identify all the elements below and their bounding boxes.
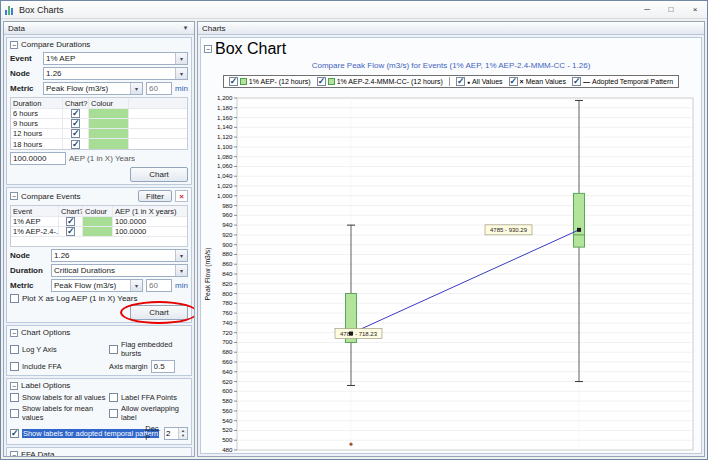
metric-combobox[interactable]: Peak Flow (m3/s) xyxy=(43,82,143,95)
svg-text:540: 540 xyxy=(222,417,233,424)
allow-overlap-checkbox[interactable] xyxy=(109,409,118,418)
colour-cell[interactable] xyxy=(83,217,113,226)
svg-text:920: 920 xyxy=(222,231,233,238)
labels-adopted-tp-checkbox[interactable] xyxy=(10,429,19,438)
legend-checkbox[interactable] xyxy=(229,77,238,86)
ffa-data-section: FFA Data AEP (1 in X) Label Flow (m3/s) … xyxy=(6,447,192,456)
node-combobox[interactable]: 1.26 xyxy=(51,249,188,262)
box-chart-section-header: Box Chart xyxy=(201,38,701,59)
svg-text:800: 800 xyxy=(222,290,233,297)
svg-text:780: 780 xyxy=(222,299,233,306)
legend-checkbox[interactable] xyxy=(509,77,518,86)
aep-field[interactable] xyxy=(10,152,66,165)
legend-item[interactable]: ×Mean Values xyxy=(509,77,566,86)
legend-item[interactable]: ●All Values xyxy=(456,77,503,86)
chevron-down-icon[interactable] xyxy=(175,53,187,64)
close-x-icon[interactable]: × xyxy=(175,190,188,202)
dec-p-stepper[interactable] xyxy=(164,427,188,440)
filter-button[interactable]: Filter xyxy=(138,190,172,202)
svg-text:1,180: 1,180 xyxy=(217,104,233,111)
table-row[interactable]: 9 hours xyxy=(11,119,187,129)
legend-item[interactable]: 1% AEP- (12 hours) xyxy=(229,77,311,86)
chart-checkbox[interactable] xyxy=(66,227,75,236)
collapse-icon[interactable] xyxy=(10,451,18,457)
svg-text:960: 960 xyxy=(222,211,233,218)
svg-text:Peak Flow (m3/s): Peak Flow (m3/s) xyxy=(204,248,212,301)
table-row xyxy=(11,237,187,246)
log-y-axis-checkbox[interactable] xyxy=(10,345,19,354)
svg-text:740: 740 xyxy=(222,319,233,326)
table-header-cell: Colour xyxy=(83,206,113,216)
colour-cell[interactable] xyxy=(89,129,129,138)
chevron-down-icon[interactable] xyxy=(130,280,142,291)
svg-text:860: 860 xyxy=(222,260,233,267)
table-row[interactable]: 1% AEP-2.4-... 100.0000 xyxy=(11,227,187,237)
dec-p-label: Dec. P xyxy=(145,424,161,442)
legend-item[interactable]: 1% AEP-2.4-MMM-CC- (12 hours) xyxy=(317,77,443,86)
colour-cell[interactable] xyxy=(83,227,113,236)
chevron-down-icon[interactable] xyxy=(175,265,187,276)
legend-label: Adopted Temporal Pattern xyxy=(592,78,673,85)
table-row[interactable]: 6 hours xyxy=(11,109,187,119)
plot-x-log-checkbox[interactable] xyxy=(10,294,19,303)
interval-field[interactable] xyxy=(146,82,172,95)
events-chart-button[interactable]: Chart xyxy=(130,305,188,320)
axis-margin-field[interactable] xyxy=(151,360,175,373)
legend-checkbox[interactable] xyxy=(572,77,581,86)
legend-label: 1% AEP-2.4-MMM-CC- (12 hours) xyxy=(337,78,443,85)
chart-options-section: Chart Options Log Y Axis Flag embedded b… xyxy=(6,325,192,376)
chevron-down-icon[interactable] xyxy=(175,68,187,79)
chevron-down-icon[interactable] xyxy=(175,250,187,261)
labels-mean-values-checkbox[interactable] xyxy=(10,409,19,418)
include-ffa-checkbox[interactable] xyxy=(10,362,19,371)
dec-p-field[interactable] xyxy=(165,428,178,439)
node-combobox[interactable]: 1.26 xyxy=(43,67,188,80)
compare-events-header: Compare Events Filter × xyxy=(7,188,191,203)
charts-panel-header[interactable]: Charts xyxy=(198,22,704,35)
title-bar[interactable]: Box Charts ─ □ × xyxy=(1,1,707,19)
duration-combobox[interactable]: Critical Durations xyxy=(51,264,188,277)
labels-all-values-checkbox[interactable] xyxy=(10,393,19,402)
minimize-button[interactable]: ─ xyxy=(635,1,659,18)
chevron-down-icon[interactable] xyxy=(130,83,142,94)
spin-down-icon[interactable] xyxy=(179,433,187,439)
table-row[interactable]: 12 hours xyxy=(11,129,187,139)
legend-checkbox[interactable] xyxy=(456,77,465,86)
event-label: Event xyxy=(10,54,40,63)
colour-cell[interactable] xyxy=(89,139,129,149)
table-row[interactable]: 18 hours xyxy=(11,139,187,149)
event-combobox[interactable]: 1% AEP xyxy=(43,52,188,65)
legend-checkbox[interactable] xyxy=(317,77,326,86)
labels-mean-values-label: Show labels for mean values xyxy=(22,404,106,422)
durations-chart-button[interactable]: Chart xyxy=(130,167,188,182)
chart-checkbox[interactable] xyxy=(71,119,80,128)
chevron-down-icon[interactable] xyxy=(181,24,190,32)
label-ffa-points-checkbox[interactable] xyxy=(109,393,118,402)
chart-checkbox[interactable] xyxy=(71,129,80,138)
interval-field[interactable] xyxy=(146,279,172,292)
collapse-icon[interactable] xyxy=(204,45,212,53)
table-header-cell: Event xyxy=(11,206,59,216)
collapse-icon[interactable] xyxy=(10,382,18,390)
collapse-icon[interactable] xyxy=(10,41,18,49)
metric-combobox[interactable]: Peak Flow (m3/s) xyxy=(51,279,143,292)
table-row[interactable]: 1% AEP 100.0000 xyxy=(11,217,187,227)
node-combobox-value: 1.26 xyxy=(46,69,62,78)
colour-cell[interactable] xyxy=(89,119,129,128)
maximize-button[interactable]: □ xyxy=(659,1,683,18)
svg-text:1,060: 1,060 xyxy=(217,162,233,169)
chart-checkbox[interactable] xyxy=(71,109,80,118)
chart-checkbox[interactable] xyxy=(71,140,80,149)
flag-embedded-bursts-checkbox[interactable] xyxy=(109,345,118,354)
filler-cell xyxy=(129,109,187,118)
legend-wrap: 1% AEP- (12 hours)1% AEP-2.4-MMM-CC- (12… xyxy=(201,72,701,90)
collapse-icon[interactable] xyxy=(10,329,18,337)
chart-checkbox-cell xyxy=(59,227,83,236)
close-button[interactable]: × xyxy=(683,1,707,18)
colour-cell[interactable] xyxy=(89,109,129,118)
data-panel-header[interactable]: Data xyxy=(4,22,194,35)
chart-checkbox[interactable] xyxy=(66,217,75,226)
collapse-icon[interactable] xyxy=(10,192,18,200)
table-header-cell: Colour xyxy=(89,98,129,108)
legend-item[interactable]: —Adopted Temporal Pattern xyxy=(572,77,673,86)
